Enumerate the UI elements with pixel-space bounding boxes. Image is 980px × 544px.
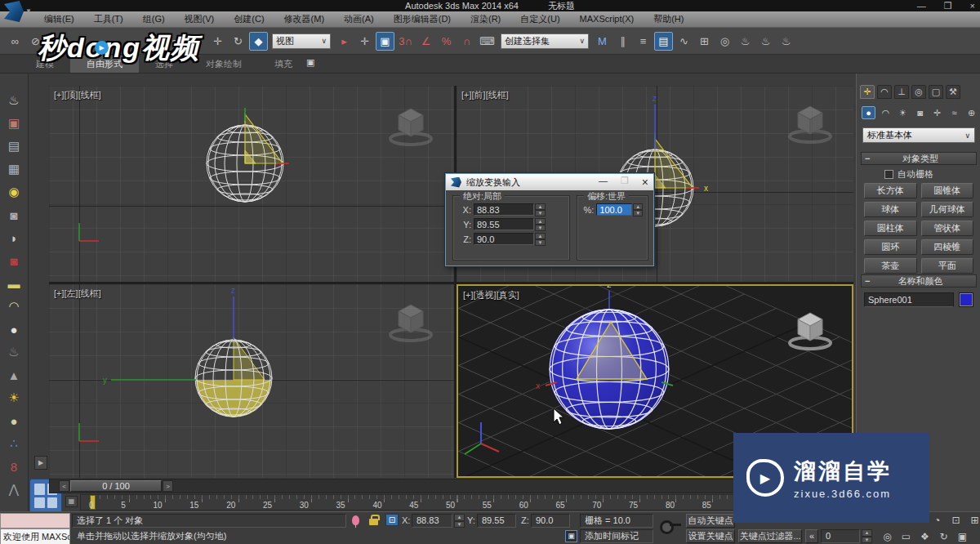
hierarchy-tab-icon[interactable]: ⊥ <box>894 85 909 99</box>
menu-item[interactable]: 图形编辑器(D) <box>384 11 461 27</box>
menu-item[interactable]: 工具(T) <box>84 11 133 27</box>
select-and-scale-icon[interactable]: ◆ <box>249 32 268 51</box>
lights-icon[interactable]: ☀ <box>896 106 910 119</box>
coord-z-field[interactable]: 90.0 <box>531 514 570 528</box>
track-bar-toggle-icon[interactable]: ▦ <box>65 496 78 507</box>
sphere-icon[interactable]: ● <box>3 410 24 431</box>
dialog-minimize-icon[interactable]: — <box>599 176 608 189</box>
menu-item[interactable]: 动画(A) <box>334 11 384 27</box>
y-spinner[interactable]: ▲▼ <box>535 218 546 230</box>
percent-snap-icon[interactable]: % <box>437 32 456 51</box>
object-color-swatch[interactable] <box>959 292 973 307</box>
field-of-view-icon[interactable]: ◔ <box>929 513 946 527</box>
dialog-close-icon[interactable]: × <box>642 176 648 189</box>
primitive-button[interactable]: 平面 <box>921 258 974 274</box>
spinner-snap-icon[interactable]: ∩ <box>457 32 476 51</box>
object-type-rollout-header[interactable]: − 对象类型 <box>861 152 977 165</box>
graphite-ribbon-toggle-icon[interactable]: ▤ <box>654 32 673 51</box>
zoom-region-icon[interactable]: ▭ <box>898 529 915 543</box>
name-color-rollout-header[interactable]: − 名称和颜色 <box>861 274 977 288</box>
moon-icon[interactable]: ◗ <box>3 227 24 248</box>
render-window-icon[interactable]: ▣ <box>3 113 24 134</box>
selection-lock-icon[interactable] <box>369 519 378 525</box>
viewport-perspective-label[interactable]: [+][透视][真实] <box>463 289 519 301</box>
sun-icon[interactable]: ☀ <box>3 387 24 408</box>
menu-item[interactable]: 组(G) <box>133 11 175 27</box>
x-input[interactable]: 88.83 <box>474 203 534 216</box>
select-and-manipulate-icon[interactable]: ▸ <box>335 32 354 51</box>
schematic-view-icon[interactable]: ⊞ <box>695 32 714 51</box>
render-setup-icon[interactable]: ◎ <box>715 32 734 51</box>
teapot-icon[interactable]: ♨ <box>3 90 24 111</box>
coord-x-field[interactable]: 88.83 <box>412 514 452 528</box>
angle-snap-icon[interactable]: ∠ <box>416 32 435 51</box>
light-bulb-icon[interactable]: ◉ <box>3 181 24 203</box>
add-time-tag[interactable]: 添加时间标记 <box>580 529 653 543</box>
primitive-button[interactable]: 圆锥体 <box>921 183 974 198</box>
systems-icon[interactable]: ⊕ <box>964 106 978 119</box>
layer-manager-icon[interactable]: ≡ <box>634 32 653 51</box>
maximize-viewport-toggle-icon[interactable]: ▣ <box>954 529 971 543</box>
primitive-button[interactable]: 圆环 <box>864 239 917 255</box>
time-tag-icon[interactable]: ▣ <box>565 530 577 542</box>
x-spinner[interactable]: ▲▼ <box>535 203 546 216</box>
viewport-left-label[interactable]: [+][左][线框] <box>54 288 101 300</box>
viewport-front-label[interactable]: [+][前][线框] <box>461 89 509 101</box>
primitive-category-dropdown[interactable]: 标准基本体 ∨ <box>862 127 975 143</box>
wire-teapot-icon[interactable]: ♨ <box>3 341 24 363</box>
menu-item[interactable]: 帮助(H) <box>644 11 693 27</box>
primitive-button[interactable]: 管状体 <box>921 221 974 236</box>
cone-icon[interactable]: ▲ <box>3 364 24 386</box>
populate-flyout-icon[interactable]: ▣ <box>306 57 314 68</box>
minimize-icon[interactable]: — <box>917 0 926 11</box>
auto-key-button[interactable]: 自动关键点 <box>686 514 735 528</box>
primitive-button[interactable]: 圆柱体 <box>864 221 917 236</box>
mirror-icon[interactable]: M <box>593 32 612 51</box>
keyboard-override-icon[interactable]: ⌨ <box>478 32 497 51</box>
align-icon[interactable]: ∥ <box>613 32 632 51</box>
select-and-link-icon[interactable]: ∞ <box>6 32 24 51</box>
primitive-button[interactable]: 几何球体 <box>921 202 974 217</box>
render-iterative-icon[interactable]: ♨ <box>777 32 795 51</box>
autogrid-checkbox[interactable] <box>884 170 893 179</box>
snaps-toggle-3d-icon[interactable]: 3∩ <box>396 32 415 51</box>
frame-spinner[interactable]: ▲▼ <box>862 529 872 543</box>
viewport-top[interactable]: [+][顶][线框] <box>49 86 454 282</box>
camera-audio-icon[interactable]: ◙ <box>3 204 24 225</box>
maxscript-mini-listener[interactable] <box>0 513 70 528</box>
menu-item[interactable]: 编辑(E) <box>34 11 84 27</box>
curve-editor-icon[interactable]: ∿ <box>675 32 693 51</box>
z-input[interactable]: 90.0 <box>474 233 534 245</box>
zoom-extents-icon[interactable]: ⊡ <box>947 513 964 527</box>
select-and-rotate-icon[interactable]: ↻ <box>229 32 247 51</box>
go-to-start-icon[interactable]: « <box>805 529 818 543</box>
modify-tab-icon[interactable]: ◠ <box>877 85 892 99</box>
absolute-mode-toggle-icon[interactable]: ⊡ <box>385 514 399 526</box>
pivot-snap-icon[interactable]: ✛ <box>355 32 374 51</box>
menu-item[interactable]: 视图(V) <box>175 11 225 27</box>
reference-coordinate-dropdown[interactable]: 视图 ∨ <box>272 33 331 49</box>
notification-balloon-icon[interactable] <box>352 515 359 525</box>
maxscript-listener-text[interactable]: 欢迎使用 MAXScript <box>0 528 70 544</box>
menu-item[interactable]: 渲染(R) <box>461 11 510 27</box>
dialog-maximize-icon[interactable]: ❒ <box>621 176 629 189</box>
panel-icon[interactable]: ▬ <box>3 273 24 294</box>
viewport-left[interactable]: [+][左][线框] z y <box>49 284 454 478</box>
percent-spinner[interactable]: ▲▼ <box>633 203 643 216</box>
primitive-button[interactable]: 茶壶 <box>864 258 917 274</box>
utilities-tab-icon[interactable]: ⚒ <box>946 85 960 99</box>
motion-capture-icon[interactable]: ◙ <box>3 250 24 271</box>
viewport-top-label[interactable]: [+][顶][线框] <box>54 89 101 101</box>
y-input[interactable]: 89.55 <box>474 218 534 230</box>
coord-y-field[interactable]: 89.55 <box>477 514 516 528</box>
spreadsheet-icon[interactable]: ▦ <box>3 158 24 180</box>
motion-tab-icon[interactable]: ◎ <box>911 85 926 99</box>
data-table-icon[interactable]: ▤ <box>3 136 24 157</box>
zoom-extents-all-icon[interactable]: ⊞ <box>966 513 980 527</box>
select-and-move-icon[interactable]: ✛ <box>208 32 227 51</box>
menu-item[interactable]: MAXScript(X) <box>570 11 644 27</box>
disc-icon[interactable]: ● <box>3 319 24 340</box>
rendered-frame-window-icon[interactable]: ♨ <box>736 32 755 51</box>
primitive-button[interactable]: 长方体 <box>864 183 917 198</box>
key-filters-button[interactable]: 关键点过滤器... <box>738 529 802 543</box>
